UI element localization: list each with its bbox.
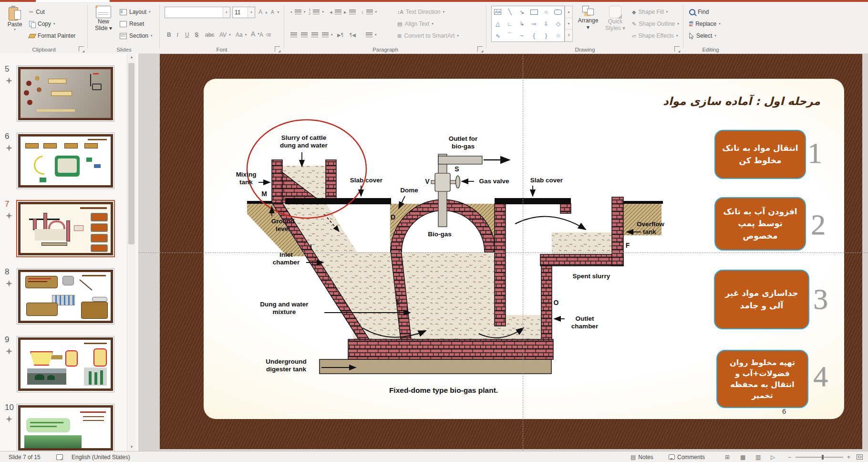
shape-arrow-icon[interactable]: ↘ bbox=[519, 9, 524, 15]
section-button[interactable]: Section▾ bbox=[118, 31, 154, 41]
layout-button[interactable]: Layout▾ bbox=[118, 7, 152, 17]
scrollbar-thumb[interactable] bbox=[128, 63, 134, 244]
shapes-gallery-scrollbar[interactable]: ▲▼⊻ bbox=[565, 6, 573, 42]
justify-button[interactable]: ▾ bbox=[320, 30, 334, 40]
shape-scribble-icon[interactable]: ∿ bbox=[496, 32, 500, 39]
shape-oval-icon[interactable]: ○ bbox=[544, 9, 548, 15]
slide-title[interactable]: مرحله اول : آماده سازی مواد bbox=[663, 95, 820, 107]
thumbnail-slide-7-selected[interactable] bbox=[16, 200, 115, 257]
shape-arc-icon[interactable]: ⌒ bbox=[507, 32, 513, 40]
character-spacing-button[interactable]: AV▾ bbox=[218, 30, 232, 40]
shape-star-icon[interactable]: ☆ bbox=[556, 32, 561, 39]
rtl-direction-button[interactable]: ¶◀ bbox=[348, 30, 357, 40]
shapes-gallery[interactable]: A≡ ╲ ↘ ○ △ ∟ ↳ ⇨ ⇩ ◇ ∿ ⌒ ~ { } ☆ bbox=[491, 6, 565, 42]
spellcheck-button[interactable] bbox=[56, 452, 63, 462]
normal-view-button[interactable]: ⊞ bbox=[725, 452, 730, 462]
slide-counter[interactable]: Slide 7 of 15 bbox=[9, 452, 41, 462]
thumbnail-slide-6[interactable] bbox=[17, 133, 114, 189]
shape-text-box-icon[interactable]: A≡ bbox=[494, 9, 501, 15]
align-right-button[interactable] bbox=[310, 30, 320, 40]
thumbnail-slide-10[interactable] bbox=[17, 404, 114, 452]
bullets-button[interactable]: •▾ bbox=[289, 7, 307, 17]
increase-indent-button[interactable]: ▸ bbox=[342, 7, 357, 17]
shape-effects-button[interactable]: ▱Shape Effects▾ bbox=[630, 31, 679, 41]
biogas-diagram-image[interactable]: Slurry of cattle dung and water Mixing t… bbox=[205, 112, 682, 408]
shape-freeform-icon[interactable]: ◇ bbox=[556, 21, 560, 27]
shape-down-arrow-icon[interactable]: ⇩ bbox=[544, 21, 548, 27]
increase-font-button[interactable]: A▲ bbox=[257, 7, 269, 17]
convert-smartart-button[interactable]: ⊞Convert to SmartArt▾ bbox=[396, 31, 460, 41]
underline-button[interactable]: U bbox=[184, 30, 191, 40]
reset-button[interactable]: Reset bbox=[118, 19, 145, 29]
new-slide-button[interactable]: ✶ New Slide ▾ bbox=[91, 6, 116, 45]
arrange-button[interactable]: Arrange ▾ bbox=[575, 6, 601, 45]
text-direction-button[interactable]: ↕AText Direction▾ bbox=[396, 7, 446, 17]
scroll-down-icon[interactable]: ▼ bbox=[127, 443, 136, 451]
step-box-1[interactable]: انتقال مواد به تانک مخلوط کن bbox=[714, 130, 806, 179]
zoom-slider-track[interactable] bbox=[796, 457, 843, 458]
font-color-button[interactable]: A▾ bbox=[249, 29, 261, 39]
shape-right-brace-icon[interactable]: } bbox=[545, 32, 547, 39]
shadow-button[interactable]: S bbox=[193, 30, 200, 40]
step-box-4[interactable]: تهیه مخلوط روان فضولات+آب و انتقال به مح… bbox=[716, 350, 808, 408]
comments-button[interactable]: Comments bbox=[669, 452, 705, 462]
shape-elbow-connector-icon[interactable]: ∟ bbox=[507, 21, 513, 27]
format-painter-button[interactable]: Format Painter bbox=[28, 31, 77, 41]
columns-button[interactable]: ▾ bbox=[364, 30, 378, 40]
paragraph-dialog-launcher[interactable] bbox=[477, 46, 483, 52]
shape-elbow-arrow-icon[interactable]: ↳ bbox=[519, 21, 524, 27]
shape-curve-icon[interactable]: ~ bbox=[520, 32, 524, 39]
zoom-slider-thumb[interactable] bbox=[822, 455, 824, 460]
thumbnail-scrollbar[interactable]: ▲ ▼ bbox=[127, 53, 136, 451]
ltr-direction-button[interactable]: ▶¶ bbox=[336, 30, 345, 40]
horizontal-guide[interactable] bbox=[138, 252, 868, 253]
shape-rectangle-icon[interactable] bbox=[530, 10, 538, 15]
cut-button[interactable]: ✂ Cut bbox=[28, 7, 46, 17]
slideshow-button[interactable]: ▷ bbox=[771, 452, 775, 462]
decrease-indent-button[interactable]: ◂ bbox=[328, 7, 343, 17]
step-box-3[interactable]: جداسازی مواد غیر آلی و جامد bbox=[714, 270, 809, 329]
zoom-in-button[interactable]: + bbox=[847, 452, 850, 462]
shape-triangle-icon[interactable]: △ bbox=[496, 21, 500, 27]
font-size-combo[interactable]: 11▾ bbox=[232, 7, 255, 18]
bold-button[interactable]: B bbox=[165, 30, 173, 40]
paste-button[interactable]: Paste ▾ bbox=[4, 6, 26, 45]
shape-outline-button[interactable]: ✎Shape Outline▾ bbox=[630, 19, 681, 29]
italic-button[interactable]: I bbox=[175, 30, 180, 40]
thumbnail-slide-9[interactable] bbox=[17, 336, 114, 392]
shape-line-icon[interactable]: ╲ bbox=[508, 9, 511, 15]
font-name-combo[interactable]: ▾ bbox=[165, 7, 230, 18]
zoom-out-button[interactable]: − bbox=[788, 452, 791, 462]
drawing-dialog-launcher[interactable] bbox=[674, 46, 680, 52]
shape-rounded-rectangle-icon[interactable] bbox=[554, 10, 562, 15]
slide-canvas[interactable]: مرحله اول : آماده سازی مواد bbox=[160, 54, 862, 449]
change-case-button[interactable]: Aa▾ bbox=[234, 30, 248, 40]
font-dialog-launcher[interactable] bbox=[275, 46, 280, 52]
scroll-up-icon[interactable]: ▲ bbox=[127, 53, 136, 61]
numbering-button[interactable]: 12▾ bbox=[307, 7, 325, 17]
strikethrough-button[interactable]: abc bbox=[204, 30, 216, 40]
shape-fill-button[interactable]: ◆Shape Fill▾ bbox=[630, 7, 669, 17]
thumbnail-slide-8[interactable] bbox=[17, 268, 114, 325]
notes-button[interactable]: ▤Notes bbox=[630, 452, 653, 462]
align-left-button[interactable] bbox=[289, 30, 299, 40]
thumbnail-slide-5[interactable] bbox=[17, 65, 114, 122]
language-button[interactable]: English (United States) bbox=[72, 452, 130, 462]
reading-view-button[interactable]: ▥ bbox=[755, 452, 761, 462]
replace-button[interactable]: abacReplace▾ bbox=[688, 19, 722, 29]
fit-to-window-button[interactable] bbox=[857, 452, 863, 462]
clipboard-dialog-launcher[interactable] bbox=[79, 46, 84, 52]
step-box-2[interactable]: افزودن آب به تانک توسط پمپ مخصوص bbox=[714, 197, 806, 251]
zoom-slider[interactable] bbox=[796, 452, 843, 462]
line-spacing-button[interactable]: ↕▾ bbox=[360, 7, 378, 17]
quick-styles-button[interactable]: Quick Styles ▾ bbox=[603, 6, 628, 45]
decrease-font-button[interactable]: A▼ bbox=[269, 7, 281, 17]
shape-left-brace-icon[interactable]: { bbox=[533, 32, 535, 39]
select-button[interactable]: Select▾ bbox=[688, 31, 718, 41]
slide-sorter-button[interactable]: ▦ bbox=[740, 452, 745, 462]
find-button[interactable]: Find bbox=[688, 7, 710, 17]
align-text-button[interactable]: ▤Align Text▾ bbox=[396, 19, 435, 29]
align-center-button[interactable] bbox=[300, 30, 309, 40]
copy-button[interactable]: Copy ▾ bbox=[28, 19, 57, 29]
shape-right-arrow-icon[interactable]: ⇨ bbox=[532, 21, 537, 27]
